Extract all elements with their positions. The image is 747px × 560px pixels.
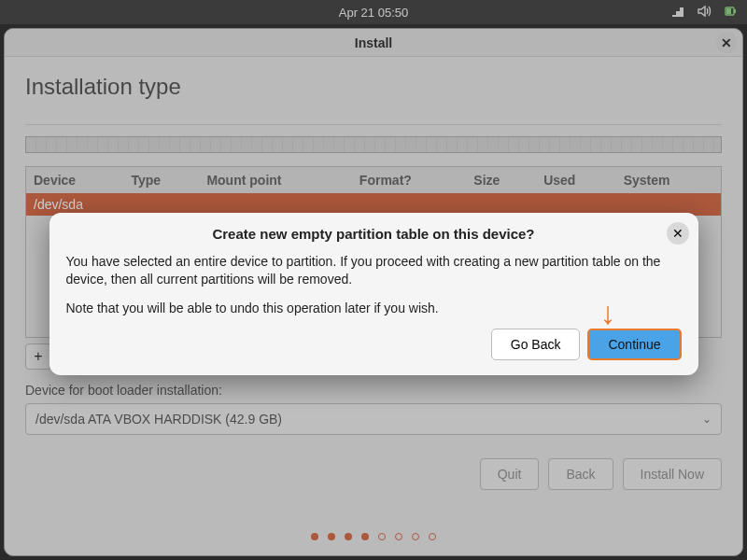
- confirm-dialog: ✕ Create new empty partition table on th…: [49, 213, 698, 375]
- arrow-down-icon: ↓: [600, 295, 616, 331]
- dialog-title: Create new empty partition table on this…: [66, 226, 682, 242]
- go-back-button[interactable]: Go Back: [491, 329, 581, 360]
- modal-overlay: ✕ Create new empty partition table on th…: [0, 0, 747, 560]
- dialog-text-1: You have selected an entire device to pa…: [66, 253, 682, 288]
- dialog-close-button[interactable]: ✕: [667, 222, 689, 245]
- dialog-text-2: Note that you will be able to undo this …: [66, 300, 682, 317]
- continue-button[interactable]: Continue: [587, 329, 681, 360]
- dialog-buttons: Go Back ↓ Continue: [66, 329, 682, 360]
